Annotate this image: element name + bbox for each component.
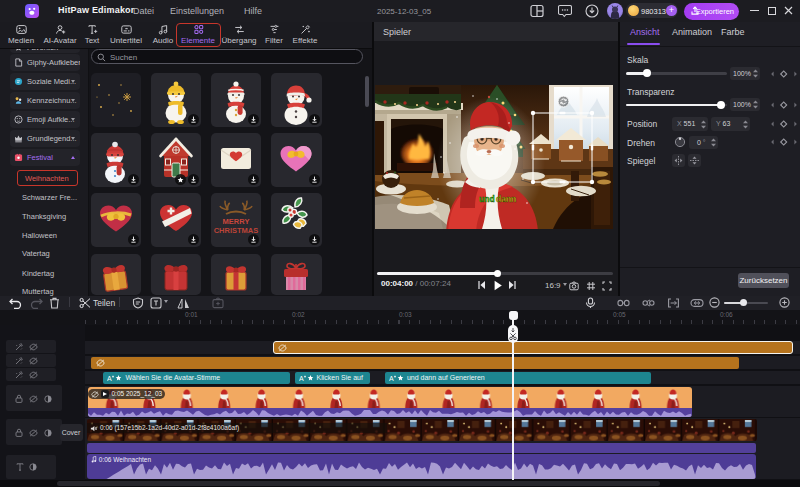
svg-text:und: und: [479, 194, 495, 204]
svg-text:dann: dann: [496, 194, 516, 204]
svg-text:A: A: [107, 375, 112, 382]
svg-text:A: A: [389, 375, 394, 382]
svg-text:MERRY: MERRY: [222, 217, 249, 226]
svg-text:A: A: [299, 375, 304, 382]
